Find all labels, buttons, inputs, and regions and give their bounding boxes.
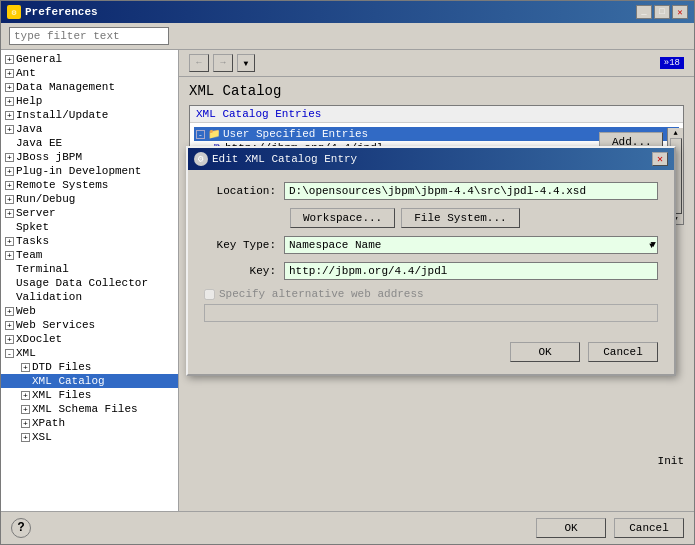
init-label: Init <box>658 455 684 467</box>
expand-icon[interactable]: + <box>5 55 14 64</box>
expand-icon[interactable]: + <box>5 335 14 344</box>
sidebar-item-install-update[interactable]: + Install/Update <box>1 108 178 122</box>
sidebar-item-label: JBoss jBPM <box>16 151 82 163</box>
sidebar-item-label: XML Catalog <box>32 375 105 387</box>
location-input[interactable] <box>284 182 658 200</box>
sidebar-item-web[interactable]: + Web <box>1 304 178 318</box>
sidebar-item-xdoclet[interactable]: + XDoclet <box>1 332 178 346</box>
help-button[interactable]: ? <box>11 518 31 538</box>
sidebar-item-tasks[interactable]: + Tasks <box>1 234 178 248</box>
dialog-cancel-button[interactable]: Cancel <box>588 342 658 362</box>
sidebar-item-general[interactable]: + General <box>1 52 178 66</box>
close-button[interactable]: ✕ <box>672 5 688 19</box>
sidebar-item-xml[interactable]: - XML <box>1 346 178 360</box>
sidebar-item-run-debug[interactable]: + Run/Debug <box>1 192 178 206</box>
minimize-button[interactable]: _ <box>636 5 652 19</box>
window-title: Preferences <box>25 6 98 18</box>
expand-icon[interactable]: + <box>5 307 14 316</box>
dialog-ok-button[interactable]: OK <box>510 342 580 362</box>
sidebar-item-label: Remote Systems <box>16 179 108 191</box>
nav-bar: ← → ▼ »18 <box>179 50 694 77</box>
modal-close-button[interactable]: ✕ <box>652 152 668 166</box>
sidebar-item-label: DTD Files <box>32 361 91 373</box>
sidebar-item-label: Web Services <box>16 319 95 331</box>
expand-icon[interactable]: + <box>5 321 14 330</box>
sidebar-item-label: Install/Update <box>16 109 108 121</box>
sidebar-item-ant[interactable]: + Ant <box>1 66 178 80</box>
expand-icon[interactable]: + <box>5 83 14 92</box>
sidebar-item-label: XDoclet <box>16 333 62 345</box>
preferences-icon: ⚙ <box>7 5 21 19</box>
expand-icon[interactable]: - <box>5 349 14 358</box>
sidebar-item-data-management[interactable]: + Data Management <box>1 80 178 94</box>
location-buttons-row: Workspace... File System... <box>204 208 658 228</box>
key-label: Key: <box>204 265 284 277</box>
altaddress-checkbox[interactable] <box>204 289 215 300</box>
sidebar-item-remote-systems[interactable]: + Remote Systems <box>1 178 178 192</box>
title-controls[interactable]: _ □ ✕ <box>636 5 688 19</box>
collapse-icon[interactable]: - <box>196 130 205 139</box>
sidebar-item-xpath[interactable]: + XPath <box>1 416 178 430</box>
forward-button[interactable]: → <box>213 54 233 72</box>
sidebar-item-usage-data-collector[interactable]: Usage Data Collector <box>1 276 178 290</box>
sidebar-item-help[interactable]: + Help <box>1 94 178 108</box>
sidebar-item-spket[interactable]: Spket <box>1 220 178 234</box>
expand-icon[interactable]: + <box>5 209 14 218</box>
sidebar-item-plugin-dev[interactable]: + Plug-in Development <box>1 164 178 178</box>
sidebar-item-label: XPath <box>32 417 65 429</box>
sidebar-item-label: Help <box>16 95 42 107</box>
keytype-select-wrapper: Namespace Name Public ID System ID URI ▼ <box>284 236 658 254</box>
sidebar-item-label: Web <box>16 305 36 317</box>
expand-icon[interactable]: + <box>21 433 30 442</box>
workspace-button[interactable]: Workspace... <box>290 208 395 228</box>
history-dropdown[interactable]: ▼ <box>237 54 255 72</box>
expand-icon[interactable]: + <box>5 125 14 134</box>
back-button[interactable]: ← <box>189 54 209 72</box>
scroll-up-arrow[interactable]: ▲ <box>673 129 677 137</box>
sidebar-item-label: Ant <box>16 67 36 79</box>
location-label: Location: <box>204 185 284 197</box>
sidebar-item-validation[interactable]: Validation <box>1 290 178 304</box>
sidebar-item-xml-catalog[interactable]: XML Catalog <box>1 374 178 388</box>
sidebar-item-terminal[interactable]: Terminal <box>1 262 178 276</box>
expand-icon[interactable]: + <box>21 405 30 414</box>
expand-icon[interactable]: + <box>5 153 14 162</box>
sidebar-item-xml-files[interactable]: + XML Files <box>1 388 178 402</box>
sidebar-item-xml-schema-files[interactable]: + XML Schema Files <box>1 402 178 416</box>
maximize-button[interactable]: □ <box>654 5 670 19</box>
sidebar-item-xsl[interactable]: + XSL <box>1 430 178 444</box>
expand-icon[interactable]: + <box>5 69 14 78</box>
sidebar-item-team[interactable]: + Team <box>1 248 178 262</box>
keytype-select[interactable]: Namespace Name Public ID System ID URI <box>284 236 658 254</box>
sidebar-item-java-ee[interactable]: Java EE <box>1 136 178 150</box>
key-input[interactable] <box>284 262 658 280</box>
sidebar-item-server[interactable]: + Server <box>1 206 178 220</box>
sidebar-item-label: XML Schema Files <box>32 403 138 415</box>
sidebar-item-label: XML <box>16 347 36 359</box>
sidebar-item-dtd-files[interactable]: + DTD Files <box>1 360 178 374</box>
user-entries-label: User Specified Entries <box>223 128 368 140</box>
expand-icon[interactable]: + <box>5 111 14 120</box>
location-row: Location: <box>204 182 658 200</box>
sidebar-item-jboss-jbpm[interactable]: + JBoss jBPM <box>1 150 178 164</box>
expand-icon[interactable]: + <box>5 167 14 176</box>
main-ok-button[interactable]: OK <box>536 518 606 538</box>
expand-icon[interactable]: + <box>21 363 30 372</box>
main-bottom: ? OK Cancel <box>1 511 694 544</box>
expand-icon[interactable]: + <box>21 391 30 400</box>
expand-icon[interactable]: + <box>5 251 14 260</box>
filesystem-button[interactable]: File System... <box>401 208 519 228</box>
modal-gear-icon: ⚙ <box>194 152 208 166</box>
expand-icon[interactable]: + <box>5 195 14 204</box>
sidebar-item-label: Usage Data Collector <box>16 277 148 289</box>
sidebar-item-web-services[interactable]: + Web Services <box>1 318 178 332</box>
search-input[interactable] <box>9 27 169 45</box>
expand-icon[interactable]: + <box>5 181 14 190</box>
expand-icon[interactable]: + <box>5 97 14 106</box>
sidebar-item-java[interactable]: + Java <box>1 122 178 136</box>
main-cancel-button[interactable]: Cancel <box>614 518 684 538</box>
folder-icon: 📁 <box>208 128 220 140</box>
expand-icon[interactable]: + <box>21 419 30 428</box>
sidebar-item-label: Java <box>16 123 42 135</box>
expand-icon[interactable]: + <box>5 237 14 246</box>
